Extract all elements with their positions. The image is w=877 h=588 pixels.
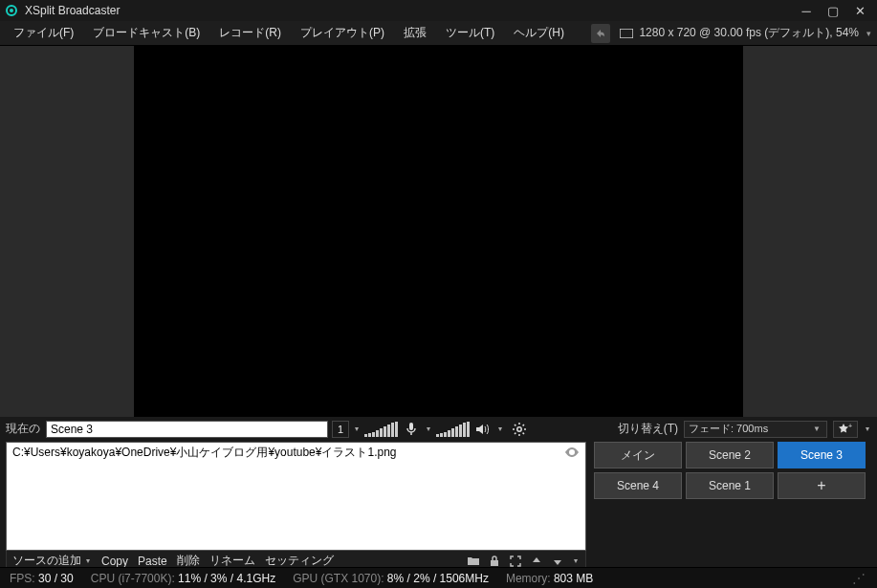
source-path: C:¥Users¥koyakoya¥OneDrive¥小山ケイブログ用¥yout… <box>12 445 397 461</box>
svg-line-9 <box>515 425 515 425</box>
titlebar: XSplit Broadcaster ─ ▢ ✕ <box>0 0 877 21</box>
scene-button[interactable]: Scene 1 <box>686 472 774 499</box>
preview-canvas[interactable] <box>134 46 743 417</box>
menu-broadcast[interactable]: ブロードキャスト(B) <box>85 22 208 44</box>
current-scene-label: 現在の <box>6 421 42 437</box>
resolution-selector[interactable]: 1280 x 720 @ 30.00 fps (デフォルト), 54% ▾ <box>620 25 871 41</box>
stinger-add-button[interactable]: + <box>833 421 858 438</box>
gear-icon[interactable] <box>510 421 529 438</box>
move-up-icon[interactable] <box>530 555 543 568</box>
cpu-stat: CPU (i7-7700K): 11% / 3% / 4.1GHz <box>91 572 275 585</box>
svg-text:+: + <box>848 424 852 429</box>
move-down-icon[interactable] <box>551 555 564 568</box>
chevron-down-icon[interactable]: ▾ <box>425 425 432 433</box>
chevron-down-icon[interactable]: ▾ <box>353 425 361 433</box>
menu-playout[interactable]: プレイアウト(P) <box>293 22 392 44</box>
resolution-text: 1280 x 720 @ 30.00 fps (デフォルト), 54% <box>639 25 859 41</box>
copy-button[interactable]: Copy <box>101 555 128 568</box>
transition-value: フェード: 700ms <box>689 422 768 436</box>
memory-stat: Memory: 803 MB <box>506 572 593 585</box>
chevron-down-icon[interactable]: ▾ <box>572 556 580 565</box>
lock-icon[interactable] <box>488 555 501 568</box>
resize-grip-icon[interactable]: ⋰ <box>852 571 867 586</box>
svg-line-11 <box>523 425 524 425</box>
scene-button[interactable]: メイン <box>594 442 682 468</box>
preview-area <box>0 46 877 417</box>
mic-vu-meter <box>364 422 398 437</box>
scenes-panel: メインScene 2Scene 3Scene 4Scene 1+ <box>594 442 871 572</box>
share-icon[interactable] <box>591 24 610 43</box>
menu-help[interactable]: ヘルプ(H) <box>506 22 572 44</box>
svg-rect-14 <box>491 560 498 566</box>
close-button[interactable]: ✕ <box>846 1 873 20</box>
svg-point-4 <box>517 426 521 430</box>
preview-pad-right <box>743 46 877 417</box>
sources-panel: C:¥Users¥koyakoya¥OneDrive¥小山ケイブログ用¥yout… <box>6 442 586 572</box>
menu-record[interactable]: レコード(R) <box>211 22 289 44</box>
scene-button[interactable]: Scene 2 <box>686 442 774 468</box>
speaker-vu-meter <box>436 422 470 437</box>
lower-panels: C:¥Users¥koyakoya¥OneDrive¥小山ケイブログ用¥yout… <box>0 438 877 572</box>
menu-file[interactable]: ファイル(F) <box>6 22 81 44</box>
scene-button[interactable]: Scene 3 <box>778 442 866 468</box>
menu-extensions[interactable]: 拡張 <box>396 22 434 44</box>
expand-icon[interactable] <box>509 555 522 568</box>
app-title: XSplit Broadcaster <box>25 4 120 17</box>
chevron-down-icon[interactable]: ▾ <box>864 425 871 433</box>
preview-pad-left <box>0 46 134 417</box>
transition-select[interactable]: フェード: 700ms ▼ <box>684 421 827 438</box>
control-strip: 現在の 1 ▾ ▾ ▾ 切り替え(T) フェード: 700ms ▼ <box>0 417 877 438</box>
sources-list[interactable]: C:¥Users¥koyakoya¥OneDrive¥小山ケイブログ用¥yout… <box>6 442 586 551</box>
app-logo-icon <box>4 3 19 18</box>
folder-icon[interactable] <box>467 555 480 568</box>
svg-line-12 <box>515 432 515 433</box>
fps-stat: FPS: 30 / 30 <box>10 572 74 585</box>
gpu-stat: GPU (GTX 1070): 8% / 2% / 1506MHz <box>293 572 489 585</box>
add-scene-button[interactable]: + <box>778 472 866 499</box>
microphone-icon[interactable] <box>402 421 421 438</box>
chevron-down-icon: ▾ <box>866 29 871 38</box>
scene-number-badge[interactable]: 1 <box>332 421 349 438</box>
scene-button[interactable]: Scene 4 <box>594 472 682 499</box>
menubar: ファイル(F) ブロードキャスト(B) レコード(R) プレイアウト(P) 拡張… <box>0 21 877 46</box>
svg-line-10 <box>523 432 524 433</box>
svg-rect-2 <box>620 29 633 38</box>
maximize-button[interactable]: ▢ <box>820 1 846 20</box>
source-row[interactable]: C:¥Users¥koyakoya¥OneDrive¥小山ケイブログ用¥yout… <box>7 443 585 463</box>
menu-tools[interactable]: ツール(T) <box>438 22 502 44</box>
transition-label: 切り替え(T) <box>618 421 678 437</box>
speaker-icon[interactable] <box>473 421 493 438</box>
chevron-down-icon[interactable]: ▾ <box>496 425 504 433</box>
svg-point-1 <box>10 9 13 12</box>
visibility-icon[interactable] <box>564 446 580 460</box>
scene-name-input[interactable] <box>46 421 328 438</box>
paste-button[interactable]: Paste <box>138 555 167 568</box>
chevron-down-icon: ▼ <box>811 425 822 433</box>
svg-rect-3 <box>409 423 413 430</box>
minimize-button[interactable]: ─ <box>793 1 820 20</box>
statusbar: FPS: 30 / 30 CPU (i7-7700K): 11% / 3% / … <box>0 567 877 588</box>
